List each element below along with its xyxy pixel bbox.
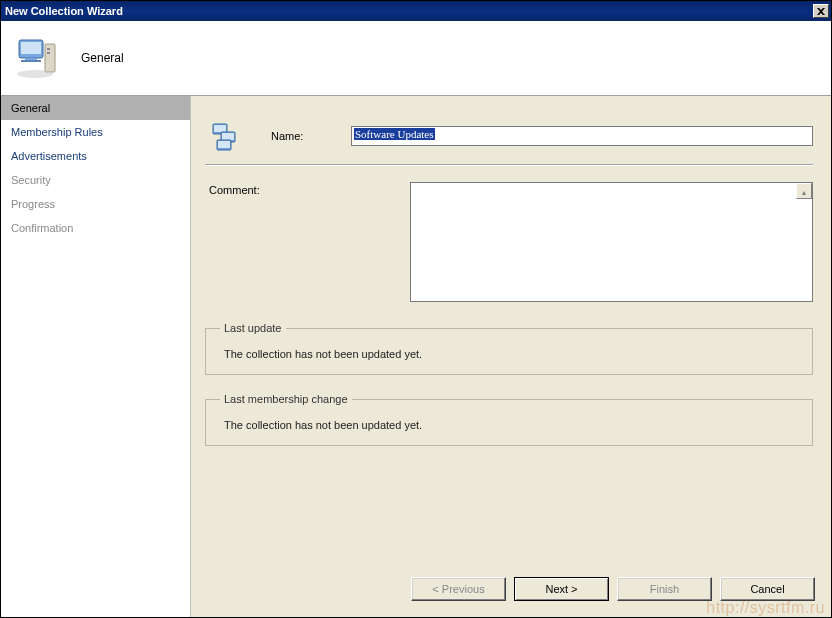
- svg-rect-5: [47, 48, 50, 50]
- last-membership-legend: Last membership change: [220, 393, 352, 405]
- previous-button: < Previous: [411, 577, 506, 601]
- svg-rect-9: [214, 125, 226, 132]
- body: General Membership Rules Advertisements …: [1, 96, 831, 617]
- svg-rect-1: [21, 42, 41, 54]
- comment-textarea[interactable]: [410, 182, 813, 302]
- comment-label: Comment:: [205, 182, 410, 196]
- sidebar-item-membership-rules[interactable]: Membership Rules: [1, 120, 190, 144]
- button-label: Cancel: [750, 583, 784, 595]
- wizard-window: New Collection Wizard General General Me…: [0, 0, 832, 618]
- sidebar-item-confirmation: Confirmation: [1, 216, 190, 240]
- sidebar-item-progress: Progress: [1, 192, 190, 216]
- svg-rect-11: [222, 133, 234, 140]
- name-value: Software Updates: [354, 128, 435, 140]
- name-row: Name: Software Updates: [205, 120, 813, 152]
- finish-button: Finish: [617, 577, 712, 601]
- button-label: Next >: [545, 583, 577, 595]
- page-title: General: [81, 51, 124, 65]
- comment-wrap: [410, 182, 813, 304]
- name-input[interactable]: Software Updates: [351, 126, 813, 146]
- content-pane: Name: Software Updates Comment: Last upd…: [191, 96, 831, 617]
- sidebar-item-security: Security: [1, 168, 190, 192]
- window-title: New Collection Wizard: [3, 5, 813, 17]
- sidebar-item-label: Advertisements: [11, 150, 87, 162]
- close-icon: [817, 8, 825, 15]
- button-bar: < Previous Next > Finish Cancel: [411, 577, 815, 601]
- svg-point-7: [17, 70, 53, 78]
- scroll-up-button[interactable]: [796, 183, 812, 199]
- header-band: General: [1, 21, 831, 96]
- svg-rect-13: [218, 141, 230, 148]
- sidebar-item-general[interactable]: General: [1, 96, 190, 120]
- wizard-sidebar: General Membership Rules Advertisements …: [1, 96, 191, 617]
- comment-row: Comment:: [205, 182, 813, 304]
- computer-icon: [13, 34, 61, 82]
- last-update-text: The collection has not been updated yet.: [224, 348, 798, 360]
- sidebar-item-label: Membership Rules: [11, 126, 103, 138]
- sidebar-item-advertisements[interactable]: Advertisements: [1, 144, 190, 168]
- cancel-button[interactable]: Cancel: [720, 577, 815, 601]
- last-update-group: Last update The collection has not been …: [205, 322, 813, 375]
- svg-rect-6: [47, 52, 50, 54]
- button-label: < Previous: [432, 583, 484, 595]
- sidebar-item-label: Confirmation: [11, 222, 73, 234]
- svg-rect-2: [25, 58, 37, 60]
- name-label: Name:: [271, 130, 351, 142]
- chevron-up-icon: [801, 185, 808, 197]
- last-update-legend: Last update: [220, 322, 286, 334]
- divider: [205, 164, 813, 166]
- svg-rect-3: [21, 60, 41, 62]
- last-membership-group: Last membership change The collection ha…: [205, 393, 813, 446]
- sidebar-item-label: General: [11, 102, 50, 114]
- close-button[interactable]: [813, 4, 829, 18]
- collection-icon: [211, 120, 243, 152]
- button-label: Finish: [650, 583, 679, 595]
- sidebar-item-label: Progress: [11, 198, 55, 210]
- sidebar-item-label: Security: [11, 174, 51, 186]
- next-button[interactable]: Next >: [514, 577, 609, 601]
- last-membership-text: The collection has not been updated yet.: [224, 419, 798, 431]
- titlebar: New Collection Wizard: [1, 1, 831, 21]
